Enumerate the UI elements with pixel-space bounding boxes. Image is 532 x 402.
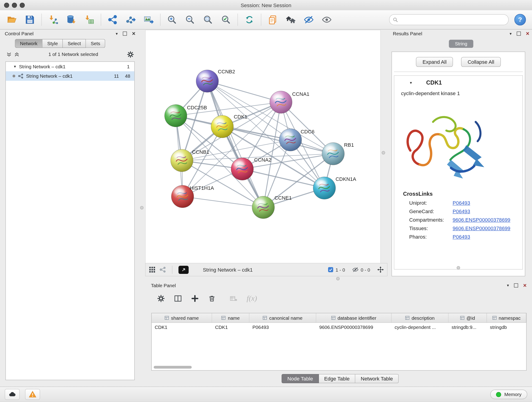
cell-database-identifier[interactable]: 9606.ENSP00000378699 bbox=[316, 323, 392, 332]
section-expander-icon[interactable]: ▾ bbox=[410, 81, 412, 85]
expand-all-networks-icon[interactable] bbox=[6, 51, 12, 57]
zoom-in-button[interactable] bbox=[164, 12, 181, 27]
network-options-gear-icon[interactable] bbox=[127, 51, 134, 58]
tree-expander-icon[interactable]: ▾ bbox=[14, 64, 16, 69]
panel-menu-icon[interactable]: ▾ bbox=[510, 32, 512, 36]
network-row-selected[interactable]: String Network – cdk1 11 48 bbox=[6, 71, 134, 81]
float-window-icon[interactable] bbox=[514, 283, 518, 288]
tab-string[interactable]: String bbox=[449, 40, 473, 48]
import-network-from-file-button[interactable] bbox=[45, 12, 62, 27]
grid-view-icon[interactable] bbox=[149, 266, 155, 273]
network-canvas[interactable]: CCNB2CCNA1CDC25BCDK1CDC6RB1CCNB1CCNA2CDK… bbox=[145, 30, 381, 264]
cell-namespace[interactable]: stringdb bbox=[487, 323, 526, 332]
network-node-CDKN1A[interactable] bbox=[313, 177, 336, 199]
export-image-button[interactable] bbox=[140, 12, 157, 27]
tab-network[interactable]: Network bbox=[15, 39, 42, 48]
column-header-canonical-name[interactable]: canonical name bbox=[249, 313, 316, 323]
network-edge-CCNA2-CDKN1A[interactable] bbox=[242, 169, 324, 188]
export-network-to-file-button[interactable] bbox=[122, 12, 139, 27]
panel-menu-icon[interactable]: ▾ bbox=[116, 32, 118, 36]
memory-button[interactable]: Memory bbox=[491, 390, 527, 399]
collapse-all-networks-icon[interactable] bbox=[14, 51, 20, 57]
minimize-window-button[interactable] bbox=[12, 2, 17, 7]
import-table-from-file-button[interactable] bbox=[81, 12, 98, 27]
close-panel-icon[interactable]: × bbox=[132, 31, 135, 36]
tab-network-table[interactable]: Network Table bbox=[355, 374, 399, 383]
network-node-CCNA2[interactable] bbox=[231, 158, 253, 180]
save-session-button[interactable] bbox=[21, 12, 38, 27]
table-row[interactable]: CDK1 CDK1 P06493 9606.ENSP00000378699 cy… bbox=[152, 323, 526, 332]
network-node-CDK1[interactable] bbox=[211, 115, 234, 138]
column-header-shared-name[interactable]: shared name bbox=[152, 313, 212, 323]
close-panel-icon[interactable]: × bbox=[523, 283, 527, 288]
column-header-namespace[interactable]: namespac bbox=[487, 313, 526, 323]
network-node-CCNA1[interactable] bbox=[270, 91, 292, 114]
cell-id[interactable]: stringdb:9... bbox=[449, 323, 487, 332]
search-input[interactable] bbox=[400, 17, 505, 23]
export-network-button[interactable] bbox=[104, 12, 121, 27]
horizontal-splitter-handle[interactable] bbox=[457, 266, 460, 269]
import-network-from-database-button[interactable] bbox=[63, 12, 80, 27]
network-collection-row[interactable]: ▾ String Network – cdk1 1 bbox=[6, 62, 134, 71]
cloud-button[interactable] bbox=[5, 389, 20, 400]
welcome-screen-button[interactable] bbox=[282, 12, 299, 27]
float-window-icon[interactable] bbox=[517, 32, 521, 36]
network-node-CCNB2[interactable] bbox=[196, 70, 219, 92]
hide-graphics-details-button[interactable] bbox=[300, 12, 317, 27]
show-columns-icon[interactable] bbox=[174, 294, 182, 302]
close-panel-icon[interactable]: × bbox=[526, 31, 529, 36]
vertical-splitter-handle[interactable] bbox=[382, 151, 385, 154]
collapse-all-button[interactable]: Collapse All bbox=[461, 57, 500, 67]
delete-column-trash-icon[interactable] bbox=[208, 294, 216, 302]
network-graph[interactable]: CCNB2CCNA1CDC25BCDK1CDC6RB1CCNB1CCNA2CDK… bbox=[146, 30, 380, 263]
crosslink-genecard-link[interactable]: P06493 bbox=[452, 208, 470, 214]
crosslink-tissues-link[interactable]: 9606.ENSP00000378699 bbox=[452, 225, 510, 231]
tab-edge-table[interactable]: Edge Table bbox=[319, 374, 355, 383]
apply-preferred-layout-button[interactable] bbox=[241, 12, 258, 27]
tab-style[interactable]: Style bbox=[43, 39, 63, 48]
network-node-CCNE1[interactable] bbox=[252, 196, 274, 219]
horizontal-splitter-handle[interactable] bbox=[336, 277, 340, 280]
network-edge-CCNE1-HIST1H1A[interactable] bbox=[183, 196, 263, 207]
float-window-icon[interactable] bbox=[123, 32, 127, 36]
network-node-RB1[interactable] bbox=[322, 143, 344, 165]
network-node-CDC6[interactable] bbox=[279, 128, 302, 151]
tab-select[interactable]: Select bbox=[63, 39, 86, 48]
birdseye-pan-icon[interactable] bbox=[377, 266, 384, 273]
warnings-button[interactable] bbox=[25, 389, 40, 400]
documents-button[interactable] bbox=[264, 12, 281, 27]
cell-description[interactable]: cyclin-dependent ... bbox=[392, 323, 449, 332]
cell-shared-name[interactable]: CDK1 bbox=[152, 323, 212, 332]
close-window-button[interactable] bbox=[4, 2, 9, 7]
tab-sets[interactable]: Sets bbox=[86, 39, 105, 48]
selected-checkbox-icon[interactable] bbox=[328, 267, 333, 272]
column-header-database-identifier[interactable]: database identifier bbox=[316, 313, 392, 323]
detach-view-button[interactable] bbox=[178, 266, 189, 274]
crosslink-uniprot-link[interactable]: P06493 bbox=[452, 200, 470, 206]
zoom-out-button[interactable] bbox=[181, 12, 198, 27]
column-header-name[interactable]: name bbox=[212, 313, 249, 323]
horizontal-scrollbar-thumb[interactable] bbox=[154, 366, 192, 369]
network-edge-CCNB2-CCNA1[interactable] bbox=[207, 81, 281, 102]
cell-name[interactable]: CDK1 bbox=[212, 323, 249, 332]
add-column-icon[interactable] bbox=[191, 294, 199, 302]
tab-node-table[interactable]: Node Table bbox=[282, 374, 319, 383]
expand-all-button[interactable]: Expand All bbox=[416, 57, 453, 67]
cell-canonical-name[interactable]: P06493 bbox=[249, 323, 316, 332]
zoom-window-button[interactable] bbox=[20, 2, 25, 7]
help-button[interactable]: ? bbox=[514, 14, 526, 26]
crosslink-pharos-link[interactable]: P06493 bbox=[452, 234, 470, 240]
table-settings-gear-icon[interactable] bbox=[157, 294, 165, 302]
network-edge-CCNB2-CCNE1[interactable] bbox=[207, 81, 263, 207]
open-session-button[interactable] bbox=[3, 12, 20, 27]
column-header-description[interactable]: description bbox=[392, 313, 449, 323]
show-graphics-details-button[interactable] bbox=[318, 12, 335, 27]
zoom-fit-button[interactable] bbox=[200, 12, 216, 27]
vertical-splitter-handle[interactable] bbox=[140, 206, 144, 210]
crosslink-compartments-link[interactable]: 9606.ENSP00000378699 bbox=[452, 217, 510, 223]
network-node-CCNB1[interactable] bbox=[171, 149, 193, 172]
zoom-selected-button[interactable] bbox=[217, 12, 234, 27]
network-node-CDC25B[interactable] bbox=[165, 104, 187, 127]
panel-menu-icon[interactable]: ▾ bbox=[507, 283, 509, 288]
column-header-id[interactable]: @id bbox=[449, 313, 487, 323]
